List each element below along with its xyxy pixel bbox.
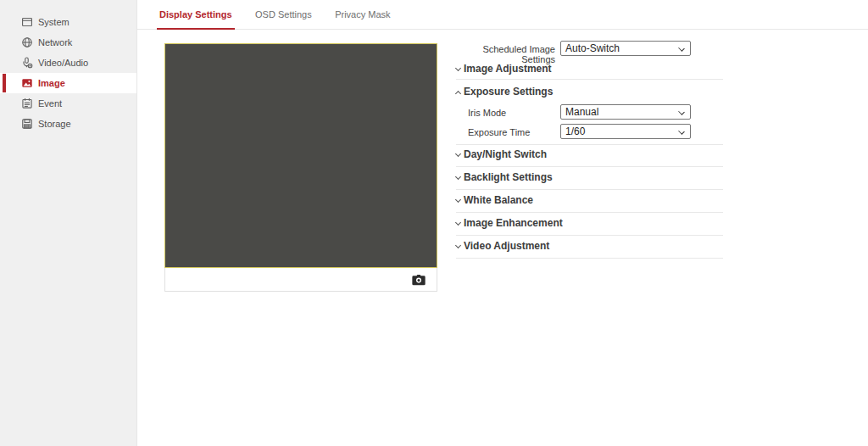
camera-icon [412,274,426,286]
chevron-down-icon [455,197,461,203]
section-title: Image Adjustment [464,63,552,75]
system-window-icon [21,16,33,28]
sidebar-item-video-audio[interactable]: Video/Audio [0,53,136,73]
select-value: Manual [565,106,598,118]
tab-display-settings[interactable]: Display Settings [157,0,235,30]
chevron-down-icon [455,65,461,71]
chevron-down-icon [455,243,461,248]
chevron-down-icon [678,45,685,52]
section-image-enhancement[interactable]: Image Enhancement [456,217,563,228]
section-title: Exposure Settings [464,86,553,98]
capture-snapshot-button[interactable] [412,274,426,286]
chevron-down-icon [455,151,461,157]
chevron-down-icon [455,220,461,226]
sidebar-item-label: System [38,17,70,27]
iris-mode-label: Iris Mode [468,108,506,118]
chevron-up-icon [455,91,461,97]
tab-privacy-mask[interactable]: Privacy Mask [332,0,392,30]
image-settings-panel: Scheduled Image Settings Auto-Switch Ima… [456,0,723,288]
section-backlight-settings[interactable]: Backlight Settings [456,171,553,182]
scheduled-image-settings-label: Scheduled Image Settings [456,44,555,64]
divider [456,79,723,80]
scheduled-image-settings-select[interactable]: Auto-Switch [560,41,691,56]
sidebar-item-label: Video/Audio [38,58,88,68]
sidebar-item-event[interactable]: Event [0,93,136,114]
video-preview [164,43,437,268]
sidebar-item-label: Image [38,78,65,88]
divider [456,235,723,236]
sidebar-item-label: Network [38,37,72,47]
exposure-time-label: Exposure Time [468,127,530,137]
section-title: Backlight Settings [464,171,553,183]
chevron-down-icon [455,174,461,180]
event-calendar-icon [21,98,33,109]
section-title: White Balance [464,194,533,206]
section-day-night-switch[interactable]: Day/Night Switch [456,148,547,159]
section-white-balance[interactable]: White Balance [456,194,533,205]
sidebar-item-storage[interactable]: Storage [0,114,136,134]
sidebar-item-label: Storage [38,119,71,129]
divider [456,144,723,145]
network-globe-icon [21,36,33,48]
section-title: Day/Night Switch [464,148,547,160]
sidebar-item-system[interactable]: System [0,12,136,32]
section-title: Video Adjustment [464,240,549,252]
section-video-adjustment[interactable]: Video Adjustment [456,240,549,251]
select-value: 1/60 [565,125,585,137]
section-title: Image Enhancement [464,217,563,229]
chevron-down-icon [678,109,685,115]
divider [456,212,723,213]
sidebar: System Network Video/Audio [0,0,137,446]
sidebar-item-image[interactable]: Image [0,73,136,93]
storage-disk-icon [21,118,33,130]
iris-mode-select[interactable]: Manual [560,104,691,120]
chevron-down-icon [678,128,685,135]
microphone-icon [21,57,33,69]
preview-toolbar [164,268,437,292]
section-exposure-settings[interactable]: Exposure Settings [456,86,553,97]
divider [456,189,723,190]
live-preview-panel [164,43,437,292]
divider [456,166,723,167]
select-value: Auto-Switch [565,42,620,54]
sidebar-item-label: Event [38,98,62,109]
section-image-adjustment[interactable]: Image Adjustment [456,63,552,74]
image-photo-icon [21,77,33,89]
tab-osd-settings[interactable]: OSD Settings [253,0,314,30]
divider [456,258,723,259]
exposure-time-select[interactable]: 1/60 [560,124,691,139]
sidebar-item-network[interactable]: Network [0,32,136,53]
